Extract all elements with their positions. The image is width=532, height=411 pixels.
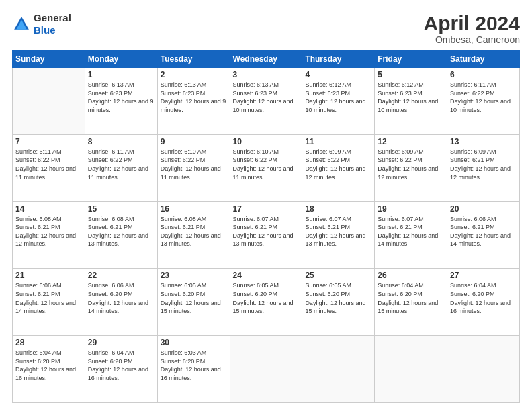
calendar-cell: 21Sunrise: 6:06 AMSunset: 6:21 PMDayligh… — [13, 269, 85, 336]
day-number: 6 — [450, 70, 517, 79]
calendar-cell: 12Sunrise: 6:09 AMSunset: 6:22 PMDayligh… — [375, 134, 447, 201]
day-info: Sunrise: 6:07 AMSunset: 6:21 PMDaylight:… — [305, 215, 371, 248]
day-number: 5 — [378, 70, 444, 79]
calendar-cell: 22Sunrise: 6:06 AMSunset: 6:20 PMDayligh… — [85, 269, 157, 336]
calendar-cell: 24Sunrise: 6:05 AMSunset: 6:20 PMDayligh… — [230, 269, 302, 336]
day-number: 9 — [161, 137, 227, 146]
day-number: 11 — [305, 137, 371, 146]
day-number: 15 — [88, 204, 154, 214]
logo: General Blue — [12, 12, 71, 36]
day-info: Sunrise: 6:08 AMSunset: 6:21 PMDaylight:… — [161, 215, 227, 248]
day-info: Sunrise: 6:06 AMSunset: 6:21 PMDaylight:… — [15, 281, 82, 315]
logo-general: General — [34, 12, 71, 24]
day-info: Sunrise: 6:07 AMSunset: 6:21 PMDaylight:… — [378, 215, 444, 248]
location-title: Ombesa, Cameroon — [424, 34, 520, 45]
calendar-cell: 5Sunrise: 6:12 AMSunset: 6:23 PMDaylight… — [375, 68, 447, 135]
calendar-week-row-4: 21Sunrise: 6:06 AMSunset: 6:21 PMDayligh… — [13, 269, 520, 336]
col-sunday: Sunday — [13, 51, 85, 68]
day-number: 29 — [88, 338, 154, 347]
day-number: 10 — [233, 137, 300, 146]
day-info: Sunrise: 6:13 AMSunset: 6:23 PMDaylight:… — [161, 81, 227, 114]
calendar-cell: 16Sunrise: 6:08 AMSunset: 6:21 PMDayligh… — [157, 201, 230, 269]
calendar-cell: 29Sunrise: 6:04 AMSunset: 6:20 PMDayligh… — [85, 336, 157, 403]
day-info: Sunrise: 6:08 AMSunset: 6:21 PMDaylight:… — [88, 215, 154, 248]
col-monday: Monday — [85, 51, 157, 68]
logo-icon — [12, 15, 31, 34]
day-info: Sunrise: 6:06 AMSunset: 6:21 PMDaylight:… — [450, 215, 517, 248]
day-number: 18 — [305, 204, 371, 214]
day-number: 30 — [161, 338, 227, 347]
calendar-week-row-2: 7Sunrise: 6:11 AMSunset: 6:22 PMDaylight… — [13, 134, 520, 201]
calendar-cell: 20Sunrise: 6:06 AMSunset: 6:21 PMDayligh… — [447, 201, 520, 269]
calendar-table: Sunday Monday Tuesday Wednesday Thursday… — [12, 50, 520, 403]
logo-blue: Blue — [34, 24, 56, 36]
day-info: Sunrise: 6:12 AMSunset: 6:23 PMDaylight:… — [378, 81, 444, 114]
calendar-header-row: Sunday Monday Tuesday Wednesday Thursday… — [13, 51, 520, 68]
day-info: Sunrise: 6:13 AMSunset: 6:23 PMDaylight:… — [233, 81, 300, 114]
calendar-cell: 1Sunrise: 6:13 AMSunset: 6:23 PMDaylight… — [85, 68, 157, 135]
title-block: April 2024 Ombesa, Cameroon — [424, 12, 520, 45]
day-number: 7 — [15, 137, 82, 146]
header: General Blue April 2024 Ombesa, Cameroon — [12, 12, 520, 45]
col-thursday: Thursday — [302, 51, 375, 68]
day-info: Sunrise: 6:06 AMSunset: 6:20 PMDaylight:… — [88, 281, 154, 315]
month-title: April 2024 — [424, 12, 520, 34]
calendar-cell: 2Sunrise: 6:13 AMSunset: 6:23 PMDaylight… — [157, 68, 230, 135]
day-info: Sunrise: 6:04 AMSunset: 6:20 PMDaylight:… — [378, 281, 444, 315]
day-number: 2 — [161, 70, 227, 79]
calendar-cell — [447, 336, 520, 403]
day-info: Sunrise: 6:03 AMSunset: 6:20 PMDaylight:… — [161, 349, 227, 382]
day-number: 25 — [305, 271, 371, 280]
calendar-week-row-1: 1Sunrise: 6:13 AMSunset: 6:23 PMDaylight… — [13, 68, 520, 135]
day-info: Sunrise: 6:04 AMSunset: 6:20 PMDaylight:… — [450, 281, 517, 315]
day-info: Sunrise: 6:13 AMSunset: 6:23 PMDaylight:… — [88, 81, 154, 114]
day-number: 8 — [88, 137, 154, 146]
day-number: 22 — [88, 271, 154, 280]
page: General Blue April 2024 Ombesa, Cameroon… — [0, 0, 532, 411]
calendar-cell: 9Sunrise: 6:10 AMSunset: 6:22 PMDaylight… — [157, 134, 230, 201]
calendar-cell — [302, 336, 375, 403]
day-number: 14 — [15, 204, 82, 214]
day-info: Sunrise: 6:11 AMSunset: 6:22 PMDaylight:… — [450, 81, 517, 114]
day-number: 27 — [450, 271, 517, 280]
day-info: Sunrise: 6:04 AMSunset: 6:20 PMDaylight:… — [15, 349, 82, 382]
col-tuesday: Tuesday — [157, 51, 230, 68]
day-number: 28 — [15, 338, 82, 347]
day-number: 23 — [161, 271, 227, 280]
calendar-cell: 13Sunrise: 6:09 AMSunset: 6:21 PMDayligh… — [447, 134, 520, 201]
day-number: 21 — [15, 271, 82, 280]
calendar-cell: 7Sunrise: 6:11 AMSunset: 6:22 PMDaylight… — [13, 134, 85, 201]
day-info: Sunrise: 6:07 AMSunset: 6:21 PMDaylight:… — [233, 215, 300, 248]
day-number: 12 — [378, 137, 444, 146]
day-number: 1 — [88, 70, 154, 79]
calendar-cell — [13, 68, 85, 135]
calendar-cell — [375, 336, 447, 403]
col-saturday: Saturday — [447, 51, 520, 68]
calendar-week-row-5: 28Sunrise: 6:04 AMSunset: 6:20 PMDayligh… — [13, 336, 520, 403]
day-info: Sunrise: 6:04 AMSunset: 6:20 PMDaylight:… — [88, 349, 154, 382]
calendar-cell: 14Sunrise: 6:08 AMSunset: 6:21 PMDayligh… — [13, 201, 85, 269]
day-info: Sunrise: 6:09 AMSunset: 6:22 PMDaylight:… — [305, 148, 371, 181]
calendar-cell: 18Sunrise: 6:07 AMSunset: 6:21 PMDayligh… — [302, 201, 375, 269]
calendar-cell: 19Sunrise: 6:07 AMSunset: 6:21 PMDayligh… — [375, 201, 447, 269]
day-number: 17 — [233, 204, 300, 214]
calendar-cell: 4Sunrise: 6:12 AMSunset: 6:23 PMDaylight… — [302, 68, 375, 135]
day-info: Sunrise: 6:09 AMSunset: 6:21 PMDaylight:… — [450, 148, 517, 181]
day-info: Sunrise: 6:10 AMSunset: 6:22 PMDaylight:… — [233, 148, 300, 181]
day-info: Sunrise: 6:11 AMSunset: 6:22 PMDaylight:… — [15, 148, 82, 181]
day-info: Sunrise: 6:10 AMSunset: 6:22 PMDaylight:… — [161, 148, 227, 181]
calendar-cell: 3Sunrise: 6:13 AMSunset: 6:23 PMDaylight… — [230, 68, 302, 135]
day-info: Sunrise: 6:05 AMSunset: 6:20 PMDaylight:… — [161, 281, 227, 315]
calendar-cell: 10Sunrise: 6:10 AMSunset: 6:22 PMDayligh… — [230, 134, 302, 201]
calendar-week-row-3: 14Sunrise: 6:08 AMSunset: 6:21 PMDayligh… — [13, 201, 520, 269]
day-number: 16 — [161, 204, 227, 214]
col-friday: Friday — [375, 51, 447, 68]
calendar-cell: 23Sunrise: 6:05 AMSunset: 6:20 PMDayligh… — [157, 269, 230, 336]
calendar-cell: 25Sunrise: 6:05 AMSunset: 6:20 PMDayligh… — [302, 269, 375, 336]
calendar-cell: 8Sunrise: 6:11 AMSunset: 6:22 PMDaylight… — [85, 134, 157, 201]
day-number: 13 — [450, 137, 517, 146]
day-number: 26 — [378, 271, 444, 280]
day-info: Sunrise: 6:09 AMSunset: 6:22 PMDaylight:… — [378, 148, 444, 181]
day-info: Sunrise: 6:05 AMSunset: 6:20 PMDaylight:… — [233, 281, 300, 315]
day-number: 24 — [233, 271, 300, 280]
